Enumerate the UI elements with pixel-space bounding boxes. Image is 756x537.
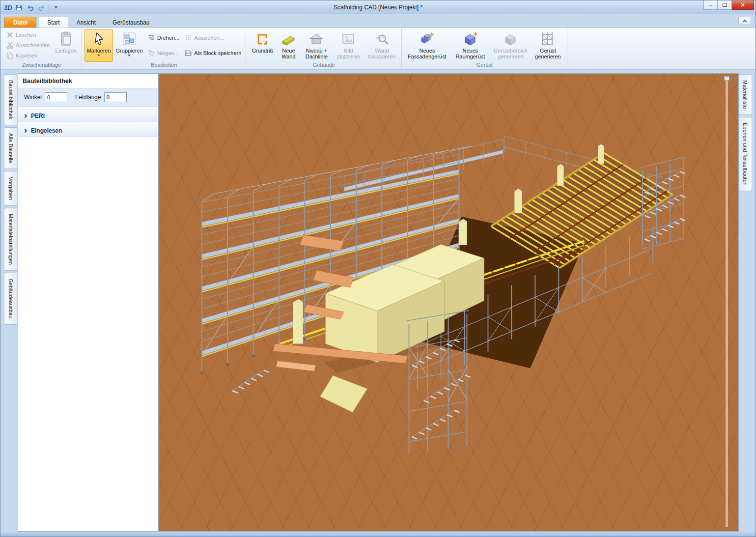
neigen-button[interactable]: Neigen...	[145, 49, 181, 57]
gruppieren-button[interactable]: Gruppieren	[114, 29, 144, 62]
window-title: Scaffolding CAD [Neues Projekt] *	[0, 4, 756, 11]
panel-title: Bauteilbibliothek	[18, 74, 158, 88]
markieren-button[interactable]: Markieren	[84, 29, 113, 62]
group-label: Gerüst	[403, 62, 565, 69]
group-label: Gebäude	[248, 62, 400, 69]
niveau-dachlinie-button[interactable]: Niveau + Dachlinie	[301, 29, 332, 62]
neues-raumgeruest-button[interactable]: Neues Raumgerüst	[450, 29, 490, 62]
button-label: Gerüstbereich generieren	[492, 48, 529, 60]
undo-icon	[27, 4, 34, 11]
main-content: Bauteilbibliothek Alle Bauteile Vorgaben…	[0, 70, 756, 532]
title-bar: 3D Scaffolding CAD [Neues Projekt] * – ×	[0, 0, 756, 14]
section-label: PERI	[31, 113, 45, 119]
drehen-button[interactable]: Drehen...	[145, 33, 181, 42]
ribbon-group-zwischenablage: Löschen Ausschneiden Kopieren Einfügen	[1, 28, 82, 69]
copy-icon	[6, 52, 14, 59]
app-logo-icon[interactable]: 3D	[4, 4, 12, 11]
button-label: Löschen	[16, 32, 36, 38]
paste-icon	[58, 31, 74, 47]
viewport-scrollbar[interactable]	[726, 79, 728, 527]
tab-datei[interactable]: Datei	[4, 17, 36, 28]
viewport-3d[interactable]	[159, 73, 739, 532]
redo-button[interactable]	[37, 3, 46, 12]
tab-ansicht[interactable]: Ansicht	[68, 17, 104, 28]
ribbon-group-bearbeiten: Markieren Gruppieren Drehen... Neigen.	[82, 28, 246, 69]
maximize-button[interactable]	[718, 0, 732, 10]
redo-icon	[38, 4, 45, 11]
delete-icon	[6, 31, 14, 39]
panel-fields: Winkel Feldlänge	[18, 88, 158, 107]
section-label: Eingelesen	[31, 127, 62, 134]
button-label: Neues Fassadengerüst	[406, 48, 448, 60]
neues-fassadengeruest-button[interactable]: Neues Fassadengerüst	[404, 29, 449, 62]
sidebar-tab-alle-bauteile[interactable]: Alle Bauteile	[4, 127, 17, 169]
als-block-speichern-button[interactable]: Als Block speichern	[182, 49, 243, 57]
close-button[interactable]: ×	[732, 0, 754, 10]
wand-fokussieren-button[interactable]: Wand fokussieren	[364, 29, 399, 62]
undo-button[interactable]	[26, 3, 35, 12]
ribbon-tab-bar: Datei Start Ansicht Gerüstausbau	[0, 14, 756, 28]
panel-empty-area	[18, 137, 158, 531]
tilt-icon	[147, 49, 155, 57]
winkel-input[interactable]	[45, 92, 67, 102]
ausziehen-button[interactable]: Ausziehen...	[182, 33, 243, 42]
einfuegen-button[interactable]: Einfügen	[53, 29, 79, 62]
window-controls: – ×	[703, 0, 756, 14]
section-peri[interactable]: PERI	[18, 109, 158, 122]
button-label: Wand fokussieren	[366, 48, 397, 60]
left-tab-strip: Bauteilbibliothek Alle Bauteile Vorgaben…	[0, 73, 18, 532]
wall-icon	[280, 31, 296, 47]
button-label: Gerüst generieren	[532, 48, 563, 60]
kopieren-button[interactable]: Kopieren	[4, 51, 52, 60]
chevron-down-icon	[128, 55, 131, 57]
app-window: 3D Scaffolding CAD [Neues Projekt] * – ×…	[0, 0, 756, 537]
button-label: Markieren	[87, 48, 111, 54]
grundriss-button[interactable]: Grundriß	[249, 29, 276, 62]
button-label: Kopieren	[16, 53, 37, 58]
section-eingelesen[interactable]: Eingelesen	[18, 124, 158, 137]
save-button[interactable]	[15, 3, 24, 12]
toolbar-separator	[49, 4, 49, 11]
roofline-icon	[308, 31, 324, 47]
sidebar-tab-gebaeudeausbau[interactable]: Gebäudeausbau	[4, 273, 17, 324]
maximize-icon	[723, 3, 727, 7]
sidebar-tab-bauteilbibliothek[interactable]: Bauteilbibliothek	[4, 74, 17, 125]
button-label: Als Block speichern	[194, 50, 241, 56]
tab-start[interactable]: Start	[39, 17, 68, 28]
chevron-right-icon	[23, 128, 27, 132]
loeschen-button[interactable]: Löschen	[4, 30, 52, 39]
sidebar-tab-materialeinstellungen[interactable]: Materialeinstellungen	[4, 208, 17, 271]
scaffold-area-icon	[503, 31, 518, 47]
quick-access-toolbar: 3D	[0, 0, 60, 14]
viewport-scrollbar-thumb[interactable]	[724, 76, 729, 81]
neue-wand-button[interactable]: Neue Wand	[277, 29, 300, 62]
bauteilbibliothek-panel: Bauteilbibliothek Winkel Feldlänge PERI …	[18, 73, 159, 532]
viewport-3d-scene[interactable]	[159, 74, 738, 531]
minimize-button[interactable]: –	[703, 0, 718, 10]
facade-scaffold-icon	[419, 31, 435, 47]
chevron-down-icon	[55, 6, 57, 8]
group-objects-icon	[121, 31, 137, 47]
feldlaenge-label: Feldlänge	[75, 94, 101, 101]
winkel-label: Winkel	[24, 94, 42, 101]
sidebar-tab-vorgaben[interactable]: Vorgaben	[4, 171, 17, 206]
customize-toolbar-button[interactable]	[52, 3, 60, 12]
sidebar-tab-materialliste[interactable]: Materialliste	[739, 74, 752, 115]
geruestbereich-generieren-button[interactable]: Gerüstbereich generieren	[491, 29, 530, 62]
button-label: Drehen...	[157, 35, 179, 41]
save-block-icon	[184, 49, 192, 57]
bild-platzieren-button[interactable]: Bild platzieren	[333, 29, 364, 62]
ausschneiden-button[interactable]: Ausschneiden	[4, 41, 52, 50]
cut-icon	[6, 41, 14, 49]
feldlaenge-input[interactable]	[104, 92, 127, 102]
sidebar-tab-ebenen-und-teilaufbauten[interactable]: Ebenen und Teilaufbauten	[739, 117, 752, 192]
save-icon	[15, 4, 23, 11]
tab-geruestausbau[interactable]: Gerüstausbau	[104, 17, 158, 28]
floorplan-icon	[254, 31, 270, 47]
group-label: Bearbeiten	[84, 62, 244, 69]
geruest-generieren-button[interactable]: Gerüst generieren	[531, 29, 564, 62]
button-label: Neues Raumgerüst	[452, 48, 488, 60]
room-scaffold-icon	[462, 31, 478, 47]
button-label: Neigen...	[157, 50, 179, 56]
ribbon-collapse-button[interactable]	[738, 17, 751, 25]
